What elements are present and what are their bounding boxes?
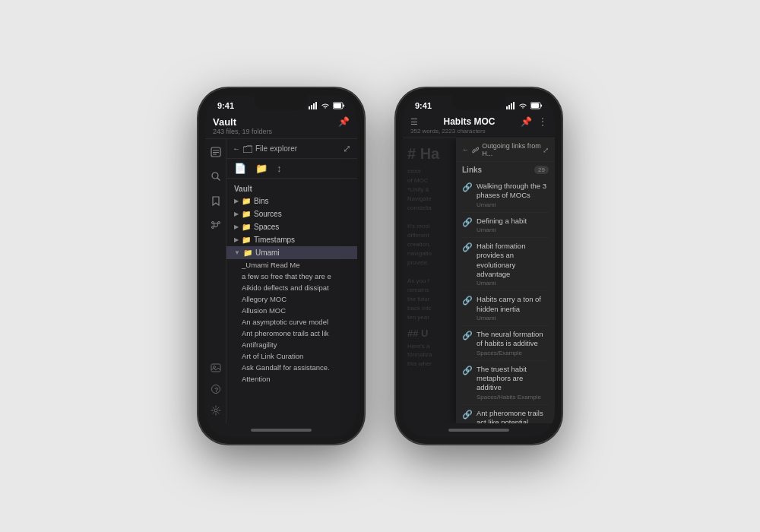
file-explorer-label: File explorer	[255, 144, 297, 153]
tree-view: Vault ▶ 📁 Bins ▶ 📁 Sources ▶	[226, 179, 357, 423]
file-allusion[interactable]: Allusion MOC	[226, 305, 357, 316]
vault-root-label: Vault	[226, 182, 357, 195]
svg-point-24	[214, 409, 217, 412]
link-chain-icon-7: 🔗	[462, 410, 473, 420]
link-item-truest-habit[interactable]: 🔗 The truest habit metaphors are additiv…	[462, 361, 549, 405]
vault-subtitle: 243 files, 19 folders	[213, 128, 272, 135]
links-section-header: Links 29	[456, 162, 555, 178]
folder-timestamps[interactable]: ▶ 📁 Timestamps	[226, 233, 357, 246]
folder-sources[interactable]: ▶ 📁 Sources	[226, 207, 357, 220]
expand-panel-icon[interactable]: ⤢	[543, 146, 549, 154]
habits-moc-title-block: Habits MOC	[443, 116, 495, 127]
left-status-icons	[309, 102, 345, 109]
links-panel-back[interactable]: ← Outgoing links from H...	[462, 142, 543, 157]
links-panel-header: ← Outgoing links from H... ⤢	[456, 138, 555, 162]
right-phone-header: ☰ Habits MOC 📌 ⋮ 352 words, 2223 charact…	[403, 113, 555, 138]
links-count-badge: 29	[534, 166, 549, 174]
svg-rect-1	[311, 105, 312, 109]
file-explorer-back[interactable]: ← File explorer	[233, 144, 297, 153]
svg-text:?: ?	[214, 386, 219, 394]
svg-rect-27	[511, 103, 512, 109]
pin-icon-right[interactable]: 📌	[521, 116, 532, 127]
right-phone-content: # Ha #### of MOC *Unify & Navigate const…	[403, 138, 555, 423]
file-allegory[interactable]: Allegory MOC	[226, 293, 357, 305]
sidebar-icon-files[interactable]	[209, 145, 223, 159]
sidebar-icon-bookmark[interactable]	[209, 194, 223, 207]
back-arrow: ←	[233, 144, 240, 153]
expand-arrow: ▼	[234, 249, 240, 256]
link-chain-icon-2: 🔗	[462, 217, 473, 227]
file-asymptotic[interactable]: An asymptotic curve model	[226, 316, 357, 328]
file-aikido[interactable]: Aikido deflects and dissipat	[226, 282, 357, 293]
link-item-defining[interactable]: 🔗 Defining a habit Umami	[462, 213, 549, 238]
link-item-ant-pheromone[interactable]: 🔗 Ant pheromone trails act like potentia…	[462, 405, 549, 423]
file-art-link[interactable]: Art of Link Curation	[226, 350, 357, 362]
svg-point-16	[211, 226, 214, 229]
sidebar-icon-graph[interactable]	[209, 218, 223, 232]
right-phone: 9:41	[395, 87, 562, 445]
link-text-defining: Defining a habit Umami	[477, 217, 549, 233]
folder-icon-umami: 📁	[243, 249, 252, 257]
file-few-free[interactable]: a few so free that they are e	[226, 271, 357, 282]
link-chain-icon-4: 🔗	[462, 296, 473, 306]
link-chain-icon-5: 🔗	[462, 331, 473, 340]
sidebar-icon-search[interactable]	[209, 169, 223, 183]
link-item-neural-formation[interactable]: 🔗 The neural formation of habits is addi…	[462, 326, 549, 361]
link-text-ant-pheromone: Ant pheromone trails act like potential …	[477, 409, 549, 423]
folder-icon-spaces: 📁	[242, 223, 251, 231]
svg-rect-5	[344, 105, 345, 107]
sidebar-icon-help[interactable]: ?	[209, 382, 223, 396]
link-title-defining: Defining a habit	[477, 217, 549, 226]
folder-umami[interactable]: ▼ 📁 Umami	[226, 246, 357, 259]
file-umami-readme[interactable]: _Umami Read Me	[226, 259, 357, 271]
more-icon[interactable]: ⋮	[538, 116, 547, 127]
left-phone: 9:41	[198, 87, 365, 445]
link-title-truest-habit: The truest habit metaphors are additive	[477, 365, 549, 393]
vault-title: Vault	[213, 116, 272, 128]
file-ask-gandalf[interactable]: Ask Gandalf for assistance.	[226, 362, 357, 373]
expand-icon[interactable]: ⤢	[343, 143, 351, 154]
folder-bins[interactable]: ▶ 📁 Bins	[226, 195, 357, 207]
link-source-defining: Umami	[477, 226, 549, 233]
home-bar-line	[251, 429, 312, 432]
vault-header: Vault 243 files, 19 folders 📌	[205, 113, 357, 139]
link-chain-icon-3: 🔗	[462, 242, 473, 252]
collapse-arrow: ▶	[234, 236, 239, 243]
link-item-walking[interactable]: 🔗 Walking through the 3 phases of MOCs U…	[462, 178, 549, 213]
svg-line-12	[217, 178, 220, 180]
link-item-habit-formation[interactable]: 🔗 Habit formation provides an evolutiona…	[462, 238, 549, 291]
folder-spaces[interactable]: ▶ 📁 Spaces	[226, 220, 357, 233]
left-status-bar: 9:41	[205, 95, 357, 113]
file-ant-pheromone[interactable]: Ant pheromone trails act lik	[226, 328, 357, 339]
link-text-hidden-inertia: Habits carry a ton of hidden inertia Uma…	[477, 295, 549, 321]
link-title-neural-formation: The neural formation of habits is additi…	[477, 330, 549, 349]
new-file-icon[interactable]: 📄	[234, 163, 246, 174]
sidebar-icon-settings[interactable]	[209, 404, 223, 417]
new-file-actions: 📄 📁 ↕	[226, 159, 357, 179]
links-list: 🔗 Walking through the 3 phases of MOCs U…	[456, 178, 555, 423]
link-title-ant-pheromone: Ant pheromone trails act like potential …	[477, 409, 549, 423]
file-antifragility[interactable]: Antifragility	[226, 339, 357, 350]
collapse-arrow: ▶	[234, 198, 239, 204]
folder-icon-timestamps: 📁	[242, 236, 251, 244]
svg-point-14	[211, 222, 214, 224]
svg-rect-0	[309, 106, 310, 109]
right-battery-icon	[530, 102, 543, 109]
link-source-walking: Umami	[477, 201, 549, 208]
svg-rect-2	[313, 103, 315, 109]
link-source-hidden-inertia: Umami	[477, 315, 549, 321]
file-attention[interactable]: Attention	[226, 373, 357, 385]
right-status-icons	[506, 102, 543, 109]
new-folder-icon[interactable]: 📁	[255, 163, 268, 174]
sidebar-icon-image[interactable]	[209, 361, 223, 375]
link-source-truest-habit: Spaces/Habits Example	[477, 394, 549, 401]
folder-timestamps-label: Timestamps	[254, 236, 295, 244]
home-bar	[205, 423, 357, 437]
right-home-bar	[403, 423, 555, 437]
link-item-hidden-inertia[interactable]: 🔗 Habits carry a ton of hidden inertia U…	[462, 291, 549, 326]
sidebar-bottom-icons: ?	[209, 361, 223, 417]
sort-icon[interactable]: ↕	[277, 163, 282, 174]
right-header-action-icons: 📌 ⋮	[521, 116, 547, 127]
hamburger-icon[interactable]: ☰	[410, 117, 418, 127]
pin-icon[interactable]: 📌	[338, 116, 350, 127]
